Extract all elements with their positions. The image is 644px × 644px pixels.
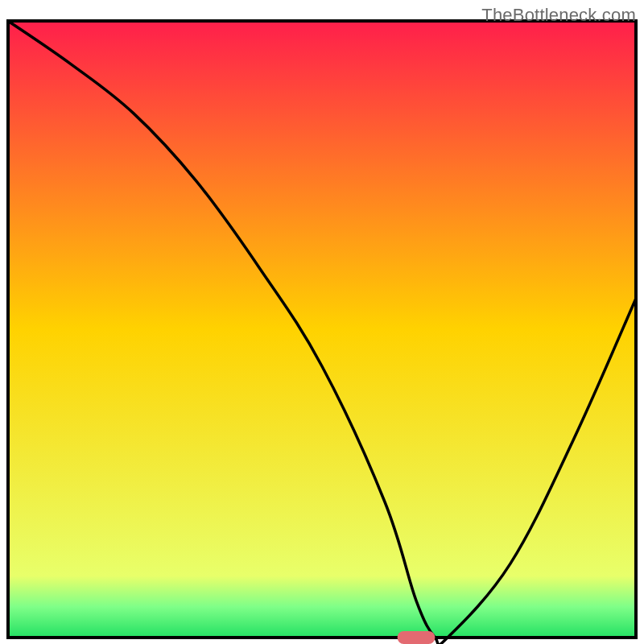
chart-stage: TheBottleneck.com <box>0 0 644 644</box>
bottleneck-chart <box>0 0 644 644</box>
min-marker <box>398 631 436 644</box>
watermark-text: TheBottleneck.com <box>481 5 636 26</box>
chart-background <box>8 21 636 638</box>
